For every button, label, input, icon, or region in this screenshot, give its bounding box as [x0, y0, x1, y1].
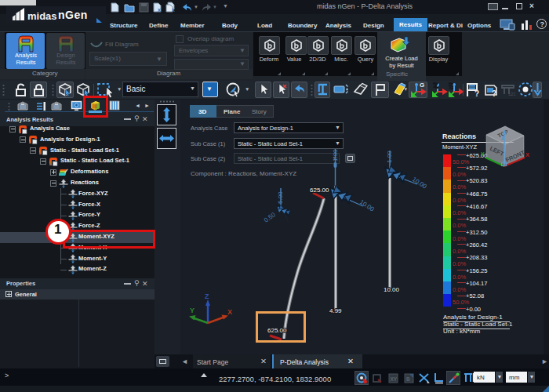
svg-text:10.00: 10.00	[411, 176, 428, 191]
svg-text:X: X	[227, 308, 232, 316]
svg-text:0.50: 0.50	[263, 211, 277, 224]
svg-text:4.99: 4.99	[329, 307, 342, 314]
svg-text:10.00: 10.00	[384, 286, 400, 293]
svg-text:?: ?	[492, 89, 496, 98]
svg-text:Z: Z	[501, 135, 505, 140]
svg-text:Y: Y	[481, 151, 485, 157]
svg-text:B: B	[406, 376, 410, 382]
svg-text:10.00: 10.00	[358, 198, 376, 213]
svg-text:1.00: 1.00	[332, 149, 339, 162]
svg-text:5.00: 5.00	[277, 191, 284, 204]
svg-text:625.00: 625.00	[310, 187, 329, 194]
svg-text:?: ?	[474, 89, 479, 98]
svg-text:x: x	[172, 7, 175, 13]
svg-text:Z: Z	[205, 292, 209, 300]
svg-text:1.00: 1.00	[386, 151, 393, 163]
svg-text:X: X	[525, 151, 529, 158]
svg-text:Y: Y	[190, 307, 195, 314]
svg-text:123: 123	[508, 92, 515, 96]
svg-text:x: x	[158, 7, 161, 13]
svg-text:XY: XY	[391, 376, 398, 382]
